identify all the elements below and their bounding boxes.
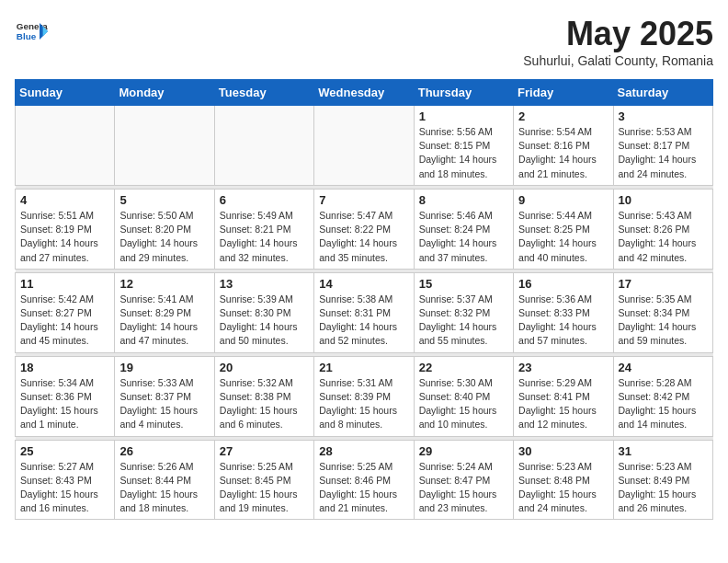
day-info: Sunrise: 5:24 AM Sunset: 8:47 PM Dayligh… bbox=[419, 460, 508, 516]
day-number: 16 bbox=[518, 277, 608, 291]
title-area: May 2025 Suhurlui, Galati County, Romani… bbox=[523, 15, 713, 68]
day-info: Sunrise: 5:56 AM Sunset: 8:15 PM Dayligh… bbox=[419, 125, 508, 181]
calendar-cell: 24Sunrise: 5:28 AM Sunset: 8:42 PM Dayli… bbox=[613, 356, 712, 436]
calendar-cell: 8Sunrise: 5:46 AM Sunset: 8:24 PM Daylig… bbox=[414, 189, 513, 269]
day-info: Sunrise: 5:34 AM Sunset: 8:36 PM Dayligh… bbox=[20, 376, 109, 432]
day-info: Sunrise: 5:29 AM Sunset: 8:41 PM Dayligh… bbox=[518, 376, 608, 432]
calendar-cell: 13Sunrise: 5:39 AM Sunset: 8:30 PM Dayli… bbox=[214, 272, 313, 352]
day-number: 25 bbox=[20, 444, 109, 458]
calendar-cell: 3Sunrise: 5:53 AM Sunset: 8:17 PM Daylig… bbox=[613, 106, 712, 186]
calendar-cell: 17Sunrise: 5:35 AM Sunset: 8:34 PM Dayli… bbox=[613, 272, 712, 352]
day-number: 10 bbox=[619, 193, 708, 207]
weekday-header-wednesday: Wednesday bbox=[314, 80, 414, 106]
calendar-cell: 18Sunrise: 5:34 AM Sunset: 8:36 PM Dayli… bbox=[16, 356, 115, 436]
day-info: Sunrise: 5:37 AM Sunset: 8:32 PM Dayligh… bbox=[419, 293, 508, 349]
day-number: 7 bbox=[319, 193, 408, 207]
day-info: Sunrise: 5:31 AM Sunset: 8:39 PM Dayligh… bbox=[319, 376, 408, 432]
weekday-header-sunday: Sunday bbox=[16, 80, 115, 106]
day-info: Sunrise: 5:38 AM Sunset: 8:31 PM Dayligh… bbox=[319, 293, 408, 349]
day-info: Sunrise: 5:28 AM Sunset: 8:42 PM Dayligh… bbox=[619, 376, 708, 432]
calendar-cell: 7Sunrise: 5:47 AM Sunset: 8:22 PM Daylig… bbox=[314, 189, 414, 269]
day-info: Sunrise: 5:35 AM Sunset: 8:34 PM Dayligh… bbox=[619, 293, 708, 349]
day-number: 8 bbox=[419, 193, 508, 207]
calendar-cell: 20Sunrise: 5:32 AM Sunset: 8:38 PM Dayli… bbox=[214, 356, 313, 436]
calendar-cell: 14Sunrise: 5:38 AM Sunset: 8:31 PM Dayli… bbox=[314, 272, 414, 352]
calendar-cell: 25Sunrise: 5:27 AM Sunset: 8:43 PM Dayli… bbox=[16, 440, 115, 520]
day-info: Sunrise: 5:25 AM Sunset: 8:45 PM Dayligh… bbox=[220, 460, 309, 516]
calendar-cell: 29Sunrise: 5:24 AM Sunset: 8:47 PM Dayli… bbox=[414, 440, 513, 520]
calendar-cell: 10Sunrise: 5:43 AM Sunset: 8:26 PM Dayli… bbox=[613, 189, 712, 269]
day-number: 31 bbox=[619, 444, 708, 458]
logo: General Blue bbox=[15, 15, 48, 48]
calendar-cell: 15Sunrise: 5:37 AM Sunset: 8:32 PM Dayli… bbox=[414, 272, 513, 352]
day-info: Sunrise: 5:25 AM Sunset: 8:46 PM Dayligh… bbox=[319, 460, 408, 516]
calendar-cell: 5Sunrise: 5:50 AM Sunset: 8:20 PM Daylig… bbox=[115, 189, 214, 269]
day-info: Sunrise: 5:32 AM Sunset: 8:38 PM Dayligh… bbox=[220, 376, 309, 432]
day-number: 5 bbox=[119, 193, 209, 207]
weekday-header-monday: Monday bbox=[115, 80, 214, 106]
day-number: 2 bbox=[518, 109, 608, 123]
day-info: Sunrise: 5:51 AM Sunset: 8:19 PM Dayligh… bbox=[20, 209, 109, 265]
weekday-header-thursday: Thursday bbox=[414, 80, 513, 106]
day-info: Sunrise: 5:42 AM Sunset: 8:27 PM Dayligh… bbox=[20, 293, 109, 349]
day-number: 15 bbox=[419, 277, 508, 291]
calendar-cell bbox=[16, 106, 115, 186]
day-info: Sunrise: 5:54 AM Sunset: 8:16 PM Dayligh… bbox=[518, 125, 608, 181]
calendar-cell: 22Sunrise: 5:30 AM Sunset: 8:40 PM Dayli… bbox=[414, 356, 513, 436]
day-info: Sunrise: 5:53 AM Sunset: 8:17 PM Dayligh… bbox=[619, 125, 708, 181]
day-number: 21 bbox=[319, 361, 408, 374]
calendar-cell: 9Sunrise: 5:44 AM Sunset: 8:25 PM Daylig… bbox=[514, 189, 613, 269]
day-info: Sunrise: 5:50 AM Sunset: 8:20 PM Dayligh… bbox=[119, 209, 209, 265]
day-info: Sunrise: 5:23 AM Sunset: 8:49 PM Dayligh… bbox=[619, 460, 708, 516]
weekday-header-row: SundayMondayTuesdayWednesdayThursdayFrid… bbox=[16, 80, 713, 106]
calendar-cell: 12Sunrise: 5:41 AM Sunset: 8:29 PM Dayli… bbox=[115, 272, 214, 352]
day-info: Sunrise: 5:27 AM Sunset: 8:43 PM Dayligh… bbox=[20, 460, 109, 516]
day-number: 30 bbox=[518, 444, 608, 458]
calendar-week-row: 11Sunrise: 5:42 AM Sunset: 8:27 PM Dayli… bbox=[16, 272, 713, 352]
day-number: 19 bbox=[119, 361, 209, 374]
calendar-cell: 16Sunrise: 5:36 AM Sunset: 8:33 PM Dayli… bbox=[514, 272, 613, 352]
calendar-cell: 31Sunrise: 5:23 AM Sunset: 8:49 PM Dayli… bbox=[613, 440, 712, 520]
day-number: 29 bbox=[419, 444, 508, 458]
day-info: Sunrise: 5:36 AM Sunset: 8:33 PM Dayligh… bbox=[518, 293, 608, 349]
day-info: Sunrise: 5:26 AM Sunset: 8:44 PM Dayligh… bbox=[119, 460, 209, 516]
month-title: May 2025 bbox=[523, 15, 713, 53]
calendar-cell: 11Sunrise: 5:42 AM Sunset: 8:27 PM Dayli… bbox=[16, 272, 115, 352]
day-number: 12 bbox=[119, 277, 209, 291]
calendar-cell: 27Sunrise: 5:25 AM Sunset: 8:45 PM Dayli… bbox=[214, 440, 313, 520]
calendar-cell: 28Sunrise: 5:25 AM Sunset: 8:46 PM Dayli… bbox=[314, 440, 414, 520]
day-number: 1 bbox=[419, 109, 508, 123]
day-info: Sunrise: 5:39 AM Sunset: 8:30 PM Dayligh… bbox=[220, 293, 309, 349]
day-number: 11 bbox=[20, 277, 109, 291]
day-number: 26 bbox=[119, 444, 209, 458]
calendar-cell: 1Sunrise: 5:56 AM Sunset: 8:15 PM Daylig… bbox=[414, 106, 513, 186]
day-info: Sunrise: 5:33 AM Sunset: 8:37 PM Dayligh… bbox=[119, 376, 209, 432]
calendar-cell: 6Sunrise: 5:49 AM Sunset: 8:21 PM Daylig… bbox=[214, 189, 313, 269]
day-number: 3 bbox=[619, 109, 708, 123]
calendar-cell: 26Sunrise: 5:26 AM Sunset: 8:44 PM Dayli… bbox=[115, 440, 214, 520]
day-number: 22 bbox=[419, 361, 508, 374]
weekday-header-tuesday: Tuesday bbox=[214, 80, 313, 106]
svg-text:Blue: Blue bbox=[17, 31, 37, 41]
header: General Blue May 2025 Suhurlui, Galati C… bbox=[15, 15, 713, 68]
day-info: Sunrise: 5:23 AM Sunset: 8:48 PM Dayligh… bbox=[518, 460, 608, 516]
day-number: 27 bbox=[220, 444, 309, 458]
weekday-header-friday: Friday bbox=[514, 80, 613, 106]
day-info: Sunrise: 5:30 AM Sunset: 8:40 PM Dayligh… bbox=[419, 376, 508, 432]
calendar-table: SundayMondayTuesdayWednesdayThursdayFrid… bbox=[15, 79, 713, 520]
day-info: Sunrise: 5:44 AM Sunset: 8:25 PM Dayligh… bbox=[518, 209, 608, 265]
day-number: 23 bbox=[518, 361, 608, 374]
calendar-cell: 2Sunrise: 5:54 AM Sunset: 8:16 PM Daylig… bbox=[514, 106, 613, 186]
calendar-cell bbox=[214, 106, 313, 186]
calendar-cell: 4Sunrise: 5:51 AM Sunset: 8:19 PM Daylig… bbox=[16, 189, 115, 269]
day-number: 9 bbox=[518, 193, 608, 207]
day-info: Sunrise: 5:46 AM Sunset: 8:24 PM Dayligh… bbox=[419, 209, 508, 265]
calendar-cell: 19Sunrise: 5:33 AM Sunset: 8:37 PM Dayli… bbox=[115, 356, 214, 436]
calendar-week-row: 25Sunrise: 5:27 AM Sunset: 8:43 PM Dayli… bbox=[16, 440, 713, 520]
day-number: 20 bbox=[220, 361, 309, 374]
day-number: 6 bbox=[220, 193, 309, 207]
day-number: 14 bbox=[319, 277, 408, 291]
day-info: Sunrise: 5:43 AM Sunset: 8:26 PM Dayligh… bbox=[619, 209, 708, 265]
calendar-cell: 21Sunrise: 5:31 AM Sunset: 8:39 PM Dayli… bbox=[314, 356, 414, 436]
day-number: 4 bbox=[20, 193, 109, 207]
